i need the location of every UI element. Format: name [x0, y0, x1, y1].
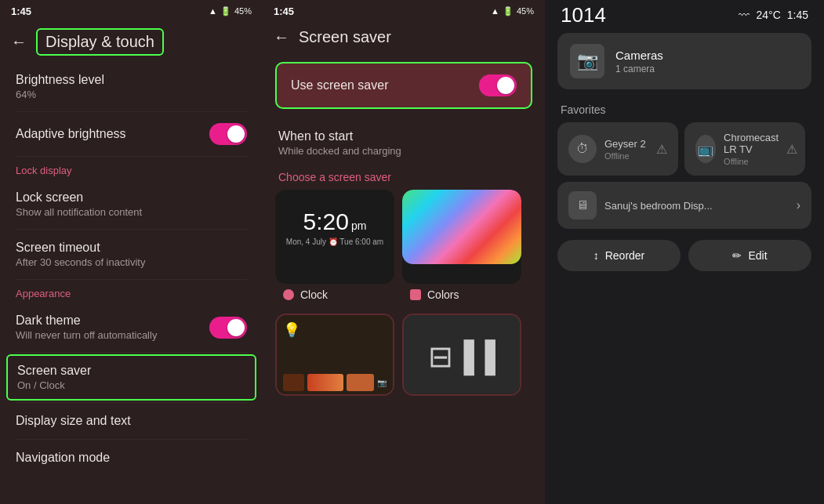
clock-time-value: 5:20: [303, 208, 349, 235]
chevron-right-icon: ›: [797, 198, 800, 212]
chromecast-icon: 📺: [695, 135, 716, 163]
panel-display-touch: 1:45 ▲ 🔋 45% ← Display & touch Brightnes…: [0, 0, 263, 504]
when-to-start-sub: While docked and charging: [278, 145, 529, 157]
clock-ampm: pm: [351, 219, 366, 232]
ss-card-photo[interactable]: 💡 📷: [275, 314, 394, 396]
divider-5: [16, 352, 247, 353]
geyser-sub: Offline: [604, 151, 646, 161]
screen-timeout-sublabel: After 30 seconds of inactivity: [16, 256, 247, 268]
chromecast-left: 📺 Chromecast LR TV Offline: [695, 132, 786, 166]
cast-time: 1:45: [787, 9, 808, 21]
camera-icon-small: 📷: [377, 379, 387, 387]
cameras-sub: 1 camera: [615, 63, 663, 74]
cameras-card[interactable]: 📷 Cameras 1 camera: [557, 33, 811, 89]
sanuj-info: Sanuj's bedroom Disp...: [604, 200, 713, 212]
status-icons-p2: ▲ 🔋 45%: [491, 6, 534, 16]
setting-screen-saver[interactable]: Screen saver On / Clock: [6, 354, 256, 401]
setting-brightness[interactable]: Brightness level 64%: [0, 62, 263, 111]
edit-button[interactable]: ✏ Edit: [688, 240, 811, 271]
photo-thumb-1: [283, 374, 304, 391]
wave-icon: 〰: [739, 9, 750, 21]
favorites-label: Favorites: [545, 92, 824, 122]
status-icons-p1: ▲ 🔋 45%: [209, 6, 252, 16]
photo-thumb-3: [347, 374, 374, 391]
colors-label: Colors: [427, 288, 459, 301]
geyser-left: ⏱ Geyser 2 Offline: [568, 135, 646, 163]
camera-icon: 📷: [577, 51, 598, 71]
temperature-display: 24°C: [756, 9, 780, 21]
clock-time-display: 5:20 pm: [303, 208, 367, 235]
toolbar-p1: ← Display & touch: [0, 22, 263, 62]
slideshow-icon: ⊟▐▐: [428, 339, 495, 374]
clock-card-label: Clock: [275, 284, 394, 306]
sanuj-name: Sanuj's bedroom Disp...: [604, 200, 713, 212]
adaptive-brightness-label: Adaptive brightness: [16, 127, 126, 141]
cast-status-bar: 1014 〰 24°C 1:45: [545, 0, 824, 30]
page-title-p2: Screen saver: [299, 28, 391, 46]
setting-display-size[interactable]: Display size and text: [0, 403, 263, 439]
setting-lock-screen[interactable]: Lock screen Show all notification conten…: [0, 179, 263, 229]
page-title-p1: Display & touch: [45, 33, 154, 50]
photo-card-bottom: 📷: [283, 374, 387, 391]
slideshow-card-inner: ⊟▐▐: [404, 315, 520, 396]
geyser-warn-icon: ⚠: [656, 142, 667, 157]
sanuj-left: 🖥 Sanuj's bedroom Disp...: [568, 191, 713, 219]
screen-saver-sublabel: On / Clock: [17, 379, 245, 391]
status-bar-p1: 1:45 ▲ 🔋 45%: [0, 0, 263, 22]
use-screen-saver-label: Use screen saver: [291, 78, 389, 92]
reorder-button[interactable]: ↕ Reorder: [557, 240, 681, 271]
setting-dark-theme[interactable]: Dark theme Will never turn off automatic…: [0, 303, 263, 352]
fav-card-chromecast[interactable]: 📺 Chromecast LR TV Offline ⚠: [684, 122, 805, 176]
clock-date: Mon, 4 July ⏰ Tue 6:00 am: [286, 237, 383, 246]
section-appearance: Appearance: [0, 280, 263, 303]
battery-percent-p2: 45%: [517, 6, 534, 16]
lock-screen-sublabel: Show all notification content: [16, 206, 247, 218]
geyser-info: Geyser 2 Offline: [604, 138, 646, 161]
adaptive-brightness-toggle[interactable]: [209, 123, 247, 145]
back-button-p1[interactable]: ←: [11, 33, 27, 51]
battery-icon-p2: 🔋: [503, 6, 514, 16]
fav-card-geyser[interactable]: ⏱ Geyser 2 Offline ⚠: [557, 122, 678, 176]
edit-icon: ✏: [732, 249, 742, 262]
screen-saver-toggle[interactable]: [479, 74, 517, 96]
dark-theme-sublabel: Will never turn off automatically: [16, 329, 157, 341]
cameras-icon-box: 📷: [570, 44, 604, 78]
dark-theme-label: Dark theme: [16, 314, 157, 328]
use-screen-saver-bar[interactable]: Use screen saver: [275, 62, 532, 109]
screen-timeout-label: Screen timeout: [16, 241, 247, 255]
reorder-label: Reorder: [605, 249, 645, 262]
battery-icon: 🔋: [220, 6, 231, 16]
status-bar-p2: 1:45 ▲ 🔋 45%: [263, 0, 545, 22]
setting-adaptive-brightness[interactable]: Adaptive brightness: [0, 112, 263, 156]
cameras-name: Cameras: [615, 49, 663, 62]
ss-card-colors[interactable]: Colors: [402, 190, 521, 306]
action-bar: ↕ Reorder ✏ Edit: [545, 229, 824, 271]
reorder-icon: ↕: [593, 249, 599, 262]
wifi-icon: ▲: [209, 6, 217, 16]
navigation-mode-label: Navigation mode: [16, 451, 247, 465]
toolbar-p2: ← Screen saver: [263, 22, 545, 53]
favorites-grid: ⏱ Geyser 2 Offline ⚠ 📺 Chromecast LR TV …: [545, 122, 824, 176]
cast-number: 1014: [561, 3, 606, 27]
setting-navigation-mode[interactable]: Navigation mode: [0, 440, 263, 476]
photo-card-inner: 💡 📷: [277, 315, 393, 396]
sanuj-card[interactable]: 🖥 Sanuj's bedroom Disp... ›: [557, 182, 811, 229]
screen-saver-label: Screen saver: [17, 364, 245, 378]
brightness-label: Brightness level: [16, 73, 247, 87]
back-button-p2[interactable]: ←: [274, 28, 289, 46]
choose-screen-saver-label: Choose a screen saver: [263, 160, 545, 190]
brightness-sublabel: 64%: [16, 89, 247, 100]
geyser-name: Geyser 2: [604, 138, 646, 150]
chromecast-sub: Offline: [724, 157, 786, 166]
settings-list-p1: Brightness level 64% Adaptive brightness…: [0, 62, 263, 504]
clock-label: Clock: [300, 288, 328, 301]
when-to-start-section: When to start While docked and charging: [263, 118, 545, 160]
ss-card-slideshow[interactable]: ⊟▐▐: [402, 314, 521, 396]
colors-card-label: Colors: [402, 284, 521, 306]
ss-card-clock[interactable]: 5:20 pm Mon, 4 July ⏰ Tue 6:00 am Clock: [275, 190, 394, 306]
dark-theme-toggle[interactable]: [209, 317, 247, 339]
setting-screen-timeout[interactable]: Screen timeout After 30 seconds of inact…: [0, 230, 263, 279]
sanuj-icon: 🖥: [568, 191, 597, 219]
edit-label: Edit: [748, 249, 767, 262]
display-size-label: Display size and text: [16, 414, 247, 428]
